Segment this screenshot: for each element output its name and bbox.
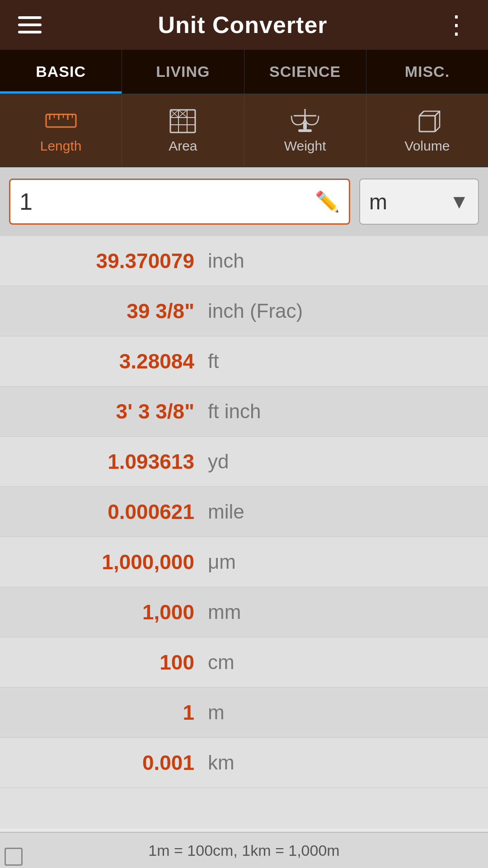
value-input[interactable]: [19, 180, 315, 223]
result-value: 3' 3 3/8": [14, 399, 194, 424]
result-value: 1.093613: [14, 449, 194, 474]
svg-line-24: [435, 111, 440, 116]
app-title: Unit Converter: [158, 11, 327, 38]
result-unit: inch: [208, 250, 244, 272]
result-value: 39 3/8": [14, 299, 194, 323]
formula-bar: 1m = 100cm, 1km = 1,000m: [0, 832, 488, 868]
tab-basic[interactable]: BASIC: [0, 50, 122, 94]
volume-label: Volume: [404, 138, 450, 154]
edit-icon: ✏️: [315, 190, 340, 213]
result-row: 0.001 km: [0, 738, 488, 788]
result-unit: cm: [208, 651, 235, 674]
result-row: 3' 3 3/8" ft inch: [0, 387, 488, 437]
tab-science[interactable]: SCIENCE: [244, 50, 366, 94]
result-value: 0.000621: [14, 500, 194, 524]
subcategory-area[interactable]: Area: [122, 95, 244, 166]
svg-rect-20: [419, 116, 435, 132]
corner-decoration: [5, 848, 23, 866]
volume-icon: [411, 108, 443, 135]
result-value: 1,000,000: [14, 550, 194, 574]
tab-misc[interactable]: MISC.: [366, 50, 488, 94]
result-value: 39.370079: [14, 249, 194, 273]
ruler-icon: [45, 108, 77, 135]
result-unit: km: [208, 751, 235, 774]
area-icon: [167, 108, 199, 135]
result-unit: ft: [208, 350, 219, 373]
result-value: 3.28084: [14, 349, 194, 373]
result-row: 39 3/8" inch (Frac): [0, 286, 488, 336]
input-row: ✏️ m km cm mm μm ft inch yd mile ▼: [0, 167, 488, 236]
result-unit: mm: [208, 601, 241, 623]
subcategory-tabs: Length Area: [0, 95, 488, 167]
result-unit: m: [208, 701, 225, 724]
result-value: 1,000: [14, 600, 194, 624]
result-row: 39.370079 inch: [0, 236, 488, 286]
result-unit: yd: [208, 450, 229, 473]
result-row: 1,000 mm: [0, 587, 488, 637]
result-row: 1.093613 yd: [0, 437, 488, 487]
result-unit: mile: [208, 500, 244, 523]
subcategory-length[interactable]: Length: [0, 95, 122, 166]
more-options-button[interactable]: ⋮: [444, 17, 470, 33]
value-input-wrapper: ✏️: [9, 179, 350, 225]
tab-living[interactable]: LIVING: [122, 50, 244, 94]
result-value: 1: [14, 700, 194, 725]
subcategory-volume[interactable]: Volume: [366, 95, 488, 166]
dropdown-arrow-icon: ▼: [449, 190, 469, 213]
weight-label: Weight: [284, 138, 326, 154]
length-label: Length: [40, 138, 82, 154]
result-row: 100 cm: [0, 637, 488, 688]
result-row: 0.000621 mile: [0, 487, 488, 537]
area-label: Area: [169, 138, 197, 154]
svg-rect-18: [303, 123, 307, 129]
svg-rect-19: [298, 129, 312, 132]
result-row: 3.28084 ft: [0, 336, 488, 387]
result-unit: inch (Frac): [208, 300, 303, 322]
formula-text: 1m = 100cm, 1km = 1,000m: [148, 842, 339, 859]
result-value: 100: [14, 650, 194, 675]
subcategory-weight[interactable]: Weight: [244, 95, 366, 166]
category-tabs: BASIC LIVING SCIENCE MISC.: [0, 50, 488, 95]
result-unit: ft inch: [208, 400, 261, 423]
result-row: 1 m: [0, 688, 488, 738]
weight-icon: [289, 108, 321, 135]
result-unit: μm: [208, 551, 236, 573]
hamburger-menu-button[interactable]: [18, 16, 42, 33]
unit-select-wrapper: m km cm mm μm ft inch yd mile ▼: [359, 179, 479, 225]
result-value: 0.001: [14, 750, 194, 775]
result-row: 1,000,000 μm: [0, 537, 488, 587]
svg-rect-0: [46, 114, 76, 127]
app-bar: Unit Converter ⋮: [0, 0, 488, 50]
results-list: 39.370079 inch 39 3/8" inch (Frac) 3.280…: [0, 236, 488, 829]
unit-select[interactable]: m km cm mm μm ft inch yd mile: [369, 190, 449, 214]
